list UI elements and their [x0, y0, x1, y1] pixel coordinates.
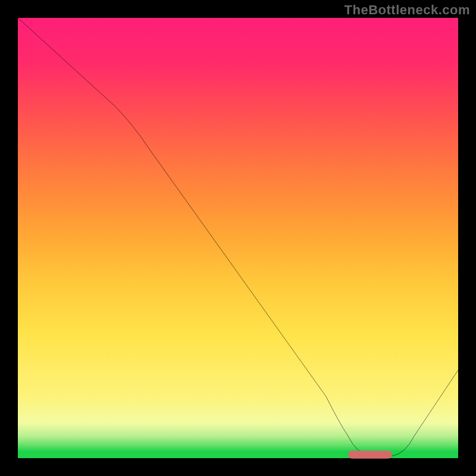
chart-frame: TheBottleneck.com	[0, 0, 476, 476]
watermark-text: TheBottleneck.com	[345, 2, 470, 18]
optimal-marker-bar	[348, 450, 392, 458]
optimal-range-marker	[18, 18, 458, 458]
